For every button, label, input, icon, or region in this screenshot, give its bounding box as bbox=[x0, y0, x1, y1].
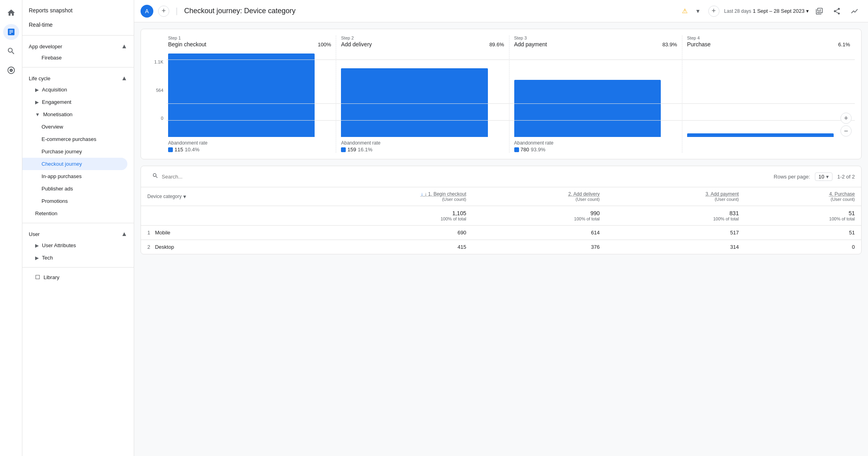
y-axis-top: 1.1K bbox=[154, 59, 163, 64]
search-icon bbox=[152, 172, 159, 180]
col-begin-checkout-label[interactable]: ↓ ↓ 1. Begin checkout bbox=[421, 191, 466, 197]
step-2-pct: 89.6% bbox=[489, 42, 504, 48]
sidebar-item-reports-snapshot[interactable]: Reports snapshot bbox=[22, 3, 134, 18]
trend-button[interactable] bbox=[847, 4, 862, 18]
sidebar-item-checkout-journey[interactable]: Checkout journey bbox=[22, 158, 127, 170]
add-comparison-button[interactable]: + bbox=[708, 6, 719, 17]
table-meta: Rows per page: 10 25 50 ▾ 1-2 of 2 bbox=[774, 172, 855, 181]
row-1-add-payment: 517 bbox=[606, 226, 745, 240]
col-purchase-label[interactable]: 4. Purchase bbox=[829, 191, 855, 197]
sidebar-item-publisher-ads[interactable]: Publisher ads bbox=[22, 182, 134, 195]
content-area: 1.1K 564 0 Step 1 Begin checkout bbox=[134, 22, 868, 456]
col-add-delivery-label[interactable]: 2. Add delivery bbox=[568, 191, 600, 197]
sidebar-item-purchase-journey[interactable]: Purchase journey bbox=[22, 145, 134, 158]
sidebar-item-promotions[interactable]: Promotions bbox=[22, 195, 134, 207]
row-2-add-payment: 314 bbox=[606, 240, 745, 254]
row-1-purchase: 51 bbox=[745, 226, 861, 240]
device-col-header-btn[interactable]: Device category ▾ bbox=[147, 193, 290, 200]
sidebar-section-life-cycle[interactable]: Life cycle ▲ bbox=[22, 71, 134, 83]
col-add-payment-label[interactable]: 3. Add payment bbox=[705, 191, 739, 197]
warning-icon: ⚠ bbox=[682, 7, 688, 15]
sidebar-item-library[interactable]: ☐ Library bbox=[22, 271, 134, 284]
step-3-name: Add payment bbox=[514, 41, 547, 48]
icon-rail bbox=[0, 0, 22, 456]
date-range-label: Last 28 days bbox=[724, 8, 751, 14]
table-toolbar: Rows per page: 10 25 50 ▾ 1-2 of 2 bbox=[141, 166, 861, 187]
step-2-bar bbox=[341, 68, 488, 137]
step-3-abandonment-label: Abandonment rate bbox=[514, 140, 677, 146]
sidebar-section-user[interactable]: User ▲ bbox=[22, 226, 134, 239]
sidebar-item-firebase[interactable]: Firebase bbox=[22, 52, 134, 64]
target-icon[interactable] bbox=[3, 62, 19, 78]
row-2-rank: 2Desktop bbox=[141, 240, 297, 254]
chevron-up-icon-user: ▲ bbox=[121, 230, 127, 238]
sidebar-item-engagement[interactable]: ▶ Engagement bbox=[22, 96, 134, 108]
step-1-bar bbox=[168, 54, 315, 137]
step-2-badge-dot bbox=[341, 147, 346, 152]
sidebar-item-real-time[interactable]: Real-time bbox=[22, 18, 134, 32]
col-purchase-sub: (User count) bbox=[830, 197, 855, 202]
date-range-chevron: ▾ bbox=[806, 8, 809, 14]
search-circle-icon[interactable] bbox=[3, 43, 19, 59]
rows-per-page-select[interactable]: 10 25 50 bbox=[818, 174, 824, 180]
col-header-add-delivery: 2. Add delivery (User count) bbox=[473, 187, 606, 206]
total-begin-checkout-cell: 1,105 100% of total bbox=[297, 206, 473, 226]
col-header-add-payment: 3. Add payment (User count) bbox=[606, 187, 745, 206]
zoom-out-button[interactable]: − bbox=[840, 125, 852, 137]
step-2-abandonment-pct: 16.1% bbox=[358, 147, 373, 153]
col-header-purchase: 4. Purchase (User count) bbox=[745, 187, 861, 206]
step-3-pct: 83.9% bbox=[662, 42, 677, 48]
share-button[interactable] bbox=[830, 4, 844, 18]
page-title: Checkout journey: Device category bbox=[184, 7, 677, 15]
zoom-in-button[interactable]: + bbox=[840, 113, 852, 124]
date-range-value: 1 Sept – 28 Sept 2023 bbox=[753, 8, 805, 14]
zoom-controls: + − bbox=[840, 113, 852, 137]
step-4-pct: 6.1% bbox=[838, 42, 850, 48]
total-add-delivery-cell: 990 100% of total bbox=[473, 206, 606, 226]
sidebar-section-app-developer[interactable]: App developer ▲ bbox=[22, 39, 134, 52]
chart-type-button[interactable] bbox=[812, 4, 826, 18]
sidebar-item-ecommerce-purchases[interactable]: E-commerce purchases bbox=[22, 133, 134, 145]
add-view-button[interactable]: + bbox=[158, 6, 169, 17]
step-2-label: Step 2 bbox=[341, 36, 504, 40]
step-4-label: Step 4 bbox=[687, 36, 850, 40]
row-1-add-delivery: 614 bbox=[473, 226, 606, 240]
step-3-label: Step 3 bbox=[514, 36, 677, 40]
table-total-row: 1,105 100% of total 990 100% of total 83… bbox=[141, 206, 861, 226]
sidebar-item-user-attributes[interactable]: ▶ User Attributes bbox=[22, 239, 134, 252]
step-3-abandonment-pct: 93.9% bbox=[531, 147, 545, 153]
step-3-abandonment-value: 780 bbox=[521, 147, 529, 153]
home-icon[interactable] bbox=[3, 5, 19, 21]
col-begin-checkout-sub: (User count) bbox=[442, 197, 466, 202]
sidebar-item-monetisation[interactable]: ▼ Monetisation bbox=[22, 108, 134, 121]
avatar: A bbox=[141, 5, 153, 18]
row-1-begin-checkout: 690 bbox=[297, 226, 473, 240]
table-row: 2Desktop 415 376 314 0 bbox=[141, 240, 861, 254]
funnel-step-4: Step 4 Purchase 6.1% + − bbox=[682, 36, 855, 153]
col-add-delivery-sub: (User count) bbox=[576, 197, 600, 202]
sidebar-item-tech[interactable]: ▶ Tech bbox=[22, 252, 134, 264]
step-1-pct: 100% bbox=[318, 42, 331, 48]
title-dropdown-button[interactable]: ▾ bbox=[692, 6, 704, 17]
chevron-down-icon-lifecycle: ▲ bbox=[121, 75, 127, 82]
date-range-selector[interactable]: Last 28 days 1 Sept – 28 Sept 2023 ▾ bbox=[724, 8, 809, 14]
funnel-step-2: Step 2 Add delivery 89.6% Abandonment ra… bbox=[336, 36, 509, 153]
step-3-bar bbox=[514, 80, 661, 137]
analytics-icon[interactable] bbox=[3, 24, 19, 40]
step-1-name: Begin checkout bbox=[168, 41, 206, 48]
device-sort-chevron: ▾ bbox=[183, 193, 186, 200]
rows-per-page-wrapper: 10 25 50 ▾ bbox=[815, 172, 832, 181]
sidebar-item-acquisition[interactable]: ▶ Acquisition bbox=[22, 83, 134, 96]
row-1-rank: 1Mobile bbox=[141, 226, 297, 240]
sidebar-item-overview[interactable]: Overview bbox=[22, 121, 134, 133]
step-1-badge-dot bbox=[168, 147, 173, 152]
total-purchase-cell: 51 100% of total bbox=[745, 206, 861, 226]
table-row: 1Mobile 690 614 517 51 bbox=[141, 226, 861, 240]
sidebar-item-retention[interactable]: Retention bbox=[22, 207, 134, 220]
search-input[interactable] bbox=[162, 174, 229, 180]
sidebar: Reports snapshot Real-time App developer… bbox=[22, 0, 134, 456]
sidebar-item-in-app-purchases[interactable]: In-app purchases bbox=[22, 170, 134, 182]
funnel-step-3: Step 3 Add payment 83.9% Abandonment rat… bbox=[509, 36, 682, 153]
col-header-device: Device category ▾ bbox=[141, 187, 297, 206]
data-table-section: Rows per page: 10 25 50 ▾ 1-2 of 2 bbox=[141, 166, 862, 254]
